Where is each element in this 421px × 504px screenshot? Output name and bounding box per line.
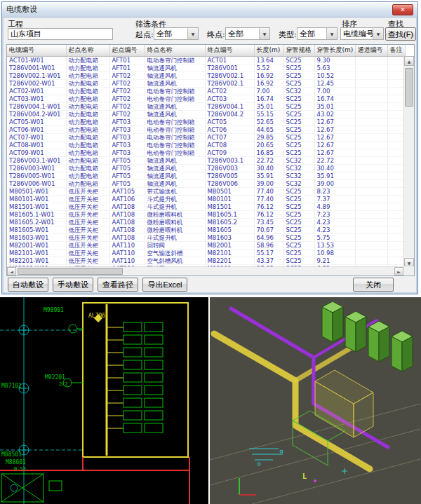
start-filter-select[interactable]: 全部 ▼ bbox=[154, 27, 199, 40]
table-row[interactable]: M81603-W01低压开关柜AAT108斗式提升机M8160364.96SC2… bbox=[7, 233, 405, 241]
table-row[interactable]: ACT02-W01动力配电箱AFT02电动卷帘门控制箱ACT027.00SC32… bbox=[7, 87, 405, 95]
table-row[interactable]: ACT01-W01动力配电箱AFT01电动卷帘门控制箱ACT0113.64SC2… bbox=[7, 56, 405, 64]
export-excel-button[interactable]: 导出Excel bbox=[142, 278, 187, 292]
horizontal-scroll-thumb[interactable] bbox=[18, 268, 123, 275]
table-cell: AFT03 bbox=[109, 133, 145, 141]
table-cell: T286V002.1 bbox=[205, 79, 254, 87]
column-header[interactable]: 穿管长度(m) bbox=[314, 45, 355, 56]
table-cell: ACT08-W01 bbox=[7, 141, 66, 149]
table-cell: 64.96 bbox=[254, 233, 283, 241]
table-cell: M82001-W01 bbox=[7, 241, 66, 249]
vertical-scrollbar[interactable]: ▲ ▼ bbox=[403, 56, 414, 268]
table-cell bbox=[387, 102, 405, 110]
corner-mark-label: L bbox=[302, 472, 307, 480]
table-row[interactable]: T286V006-W01动力配电箱AFT05轴流通风机T286V00639.00… bbox=[7, 179, 405, 187]
table-cell: T286V004.1 bbox=[205, 102, 254, 110]
dialog-titlebar[interactable]: 电缆敷设 ✕ bbox=[2, 2, 417, 18]
table-cell: M82201 bbox=[205, 257, 254, 264]
table-row[interactable]: M80101-W01低压开关柜AAT106斗式提升机M8010177.40SC2… bbox=[7, 195, 405, 203]
table-row[interactable]: T286V004.1-W01动力配电箱AFT02轴流通风机T286V004.13… bbox=[7, 102, 405, 110]
table-cell bbox=[387, 56, 405, 64]
table-row[interactable]: ACT09-W01动力配电箱AFT03电动卷帘门控制箱ACT0916.85SC2… bbox=[7, 149, 405, 156]
table-cell: 动力配电箱 bbox=[66, 156, 109, 164]
table-cell bbox=[355, 195, 387, 203]
column-header[interactable]: 穿管规格 bbox=[283, 45, 314, 56]
close-icon[interactable]: ✕ bbox=[392, 4, 413, 15]
view-path-button[interactable]: 查看路径 bbox=[98, 278, 138, 292]
table-cell: 动力配电箱 bbox=[66, 141, 109, 149]
chevron-down-icon: ▼ bbox=[373, 28, 383, 39]
table-row[interactable]: ACT05-W01动力配电箱AFT03电动卷帘门控制箱ACT0552.65SC2… bbox=[7, 118, 405, 125]
table-row[interactable]: M82101-W01低压开关柜AAT110空气输送斜槽M8210155.17SC… bbox=[7, 249, 405, 257]
column-header[interactable]: 电缆编号 bbox=[7, 45, 66, 56]
table-row[interactable]: M81605.2-W01低压开关柜AAT108微粉磨喂料机M81605.273.… bbox=[7, 218, 405, 226]
table-cell: SC25 bbox=[283, 226, 314, 233]
project-input[interactable] bbox=[8, 28, 113, 40]
table-cell: 35.01 bbox=[314, 102, 355, 110]
column-header[interactable]: 终点名称 bbox=[145, 45, 205, 56]
end-filter-select[interactable]: 全部 ▼ bbox=[225, 27, 270, 40]
scroll-left-icon[interactable]: ◄ bbox=[7, 267, 16, 275]
scroll-up-icon[interactable]: ▲ bbox=[404, 56, 414, 66]
table-cell: ACT06 bbox=[205, 125, 254, 133]
cad-2d-viewport[interactable]: AL706 M90901 M92201 2/2 M87101 M88501 M8… bbox=[0, 297, 208, 504]
table-row[interactable]: T286V003-W01动力配电箱AFT05轴流通风机T286V00330.40… bbox=[7, 164, 405, 172]
table-row[interactable]: T286V002.1-W01动力配电箱AFT02轴流通风机T286V002.11… bbox=[7, 71, 405, 79]
table-row[interactable]: T286V002-W01动力配电箱AFT02轴流通风机T286V002.116.… bbox=[7, 79, 405, 87]
table-row[interactable]: M82001-W01低压开关柜AAT110回转阀M8200158.96SC251… bbox=[7, 241, 405, 249]
table-cell: 动力配电箱 bbox=[66, 125, 109, 133]
table-cell bbox=[355, 125, 387, 133]
table-cell: 4.23 bbox=[314, 226, 355, 233]
cad-3d-viewport[interactable]: L bbox=[210, 297, 421, 504]
type-filter-select[interactable]: 全部 ▼ bbox=[297, 27, 338, 40]
table-cell: M81603-W01 bbox=[7, 233, 66, 241]
table-cell: SC25 bbox=[283, 141, 314, 149]
table-row[interactable]: ACT08-W01动力配电箱AFT03电动卷帘门控制箱ACT0820.65SC2… bbox=[7, 141, 405, 149]
column-header[interactable]: 通道编号 bbox=[355, 45, 387, 56]
table-cell: 低压开关柜 bbox=[66, 233, 109, 241]
table-row[interactable]: M82201-W01低压开关柜AAT110空气斜槽风机M8220143.37SC… bbox=[7, 257, 405, 264]
table-cell: 12.67 bbox=[314, 141, 355, 149]
vertical-scroll-thumb[interactable] bbox=[405, 68, 413, 107]
table-cell: 16.85 bbox=[254, 149, 283, 156]
table-cell bbox=[355, 133, 387, 141]
table-row[interactable]: T286V001-W01动力配电箱AFT01轴流通风机T286V0015.52S… bbox=[7, 64, 405, 71]
column-header[interactable]: 备注 bbox=[387, 45, 405, 56]
horizontal-scrollbar[interactable]: ◄ ► bbox=[7, 266, 403, 275]
auto-lay-button[interactable]: 自动敷设 bbox=[8, 278, 48, 292]
table-row[interactable]: M81605.1-W01低压开关柜AAT108微粉磨喂料机M81605.176.… bbox=[7, 210, 405, 218]
table-cell bbox=[387, 87, 405, 95]
manual-lay-button[interactable]: 手动敷设 bbox=[53, 278, 93, 292]
scroll-right-icon[interactable]: ► bbox=[394, 267, 403, 275]
cable-table-body: ACT01-W01动力配电箱AFT01电动卷帘门控制箱ACT0113.64SC2… bbox=[7, 56, 405, 276]
column-header[interactable]: 终点编号 bbox=[205, 45, 254, 56]
cable-table: 电缆编号起点名称起点编号终点名称终点编号长度(m)穿管规格穿管长度(m)通道编号… bbox=[6, 44, 415, 276]
table-row[interactable]: M81605-W01低压开关柜AAT108微粉磨喂料机M8160570.67SC… bbox=[7, 226, 405, 233]
table-row[interactable]: T286V005-W01动力配电箱AFT05轴流通风机T286V00535.91… bbox=[7, 172, 405, 179]
table-cell: T286V001 bbox=[205, 64, 254, 71]
table-row[interactable]: T286V003.1-W01动力配电箱AFT05轴流通风机T286V003.12… bbox=[7, 156, 405, 164]
sort-value: 电缆编号 bbox=[341, 29, 373, 39]
table-row[interactable]: M80501-W01低压开关柜AAT105带式输送机M8050177.40SC2… bbox=[7, 187, 405, 195]
column-header[interactable]: 长度(m) bbox=[254, 45, 283, 56]
motor-label: M88601 bbox=[6, 459, 26, 465]
table-cell: T286V001-W01 bbox=[7, 64, 66, 71]
chevron-down-icon: ▼ bbox=[187, 28, 198, 39]
table-cell: T286V004.2-W01 bbox=[7, 110, 66, 118]
table-cell: 回转阀 bbox=[145, 241, 205, 249]
sort-select[interactable]: 电缆编号 ▼ bbox=[340, 27, 384, 40]
table-cell: 电动卷帘门控制箱 bbox=[145, 56, 205, 64]
table-cell bbox=[387, 156, 405, 164]
close-button[interactable]: 关闭 bbox=[353, 278, 394, 292]
table-row[interactable]: M81501-W01低压开关柜AAT108斗式提升机M8150176.12SC2… bbox=[7, 203, 405, 210]
table-row[interactable]: ACT07-W01动力配电箱AFT03电动卷帘门控制箱ACT0729.85SC2… bbox=[7, 133, 405, 141]
table-cell: ACT07-W01 bbox=[7, 133, 66, 141]
table-cell: 16.92 bbox=[254, 71, 283, 79]
column-header[interactable]: 起点名称 bbox=[66, 45, 109, 56]
table-cell bbox=[355, 141, 387, 149]
table-row[interactable]: ACT06-W01动力配电箱AFT03电动卷帘门控制箱ACT0644.65SC2… bbox=[7, 125, 405, 133]
column-header[interactable]: 起点编号 bbox=[109, 45, 145, 56]
table-row[interactable]: T286V004.2-W01动力配电箱AFT02轴流通风机T286V004.25… bbox=[7, 110, 405, 118]
table-row[interactable]: ACT03-W01动力配电箱AFT02电动卷帘门控制箱ACT0316.74SC2… bbox=[7, 95, 405, 102]
find-button[interactable]: 查找(F) bbox=[385, 27, 416, 41]
